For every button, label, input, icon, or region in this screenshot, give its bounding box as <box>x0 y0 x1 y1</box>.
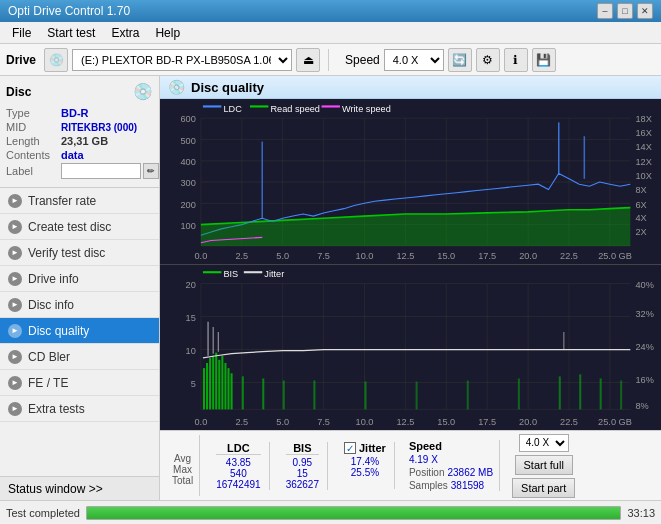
svg-text:10.0: 10.0 <box>356 249 374 260</box>
right-panel: 💿 Disc quality <box>160 76 661 500</box>
separator <box>328 49 329 71</box>
svg-text:17.5: 17.5 <box>478 249 496 260</box>
status-window-label: Status window >> <box>8 482 103 496</box>
menu-help[interactable]: Help <box>147 24 188 42</box>
svg-rect-86 <box>364 382 366 410</box>
disc-quality-title: Disc quality <box>191 80 264 95</box>
sidebar-item-create-test-disc[interactable]: ► Create test disc <box>0 214 159 240</box>
bis-header: BIS <box>286 442 319 455</box>
sidebar-item-drive-info[interactable]: ► Drive info <box>0 266 159 292</box>
svg-text:2X: 2X <box>635 226 647 237</box>
drive-info-icon: ► <box>8 272 22 286</box>
label-input[interactable] <box>61 163 141 179</box>
close-button[interactable]: ✕ <box>637 3 653 19</box>
eject-button[interactable]: ⏏ <box>296 48 320 72</box>
jitter-header: Jitter <box>359 442 386 454</box>
disc-label-key: Label <box>6 165 61 177</box>
drive-info-label: Drive info <box>28 272 79 286</box>
refresh-button[interactable]: 🔄 <box>448 48 472 72</box>
svg-text:0.0: 0.0 <box>195 249 208 260</box>
svg-text:BIS: BIS <box>223 269 238 279</box>
svg-rect-118 <box>203 271 221 273</box>
cd-bler-label: CD Bler <box>28 350 70 364</box>
title-bar-buttons: – □ ✕ <box>597 3 653 19</box>
svg-text:32%: 32% <box>635 309 653 319</box>
svg-rect-83 <box>262 378 264 409</box>
svg-text:LDC: LDC <box>223 103 242 114</box>
svg-text:15.0: 15.0 <box>437 249 455 260</box>
drive-label: Drive <box>6 53 36 67</box>
sidebar-item-verify-test-disc[interactable]: ► Verify test disc <box>0 240 159 266</box>
jitter-checkbox[interactable]: ✓ <box>344 442 356 454</box>
length-label: Length <box>6 135 61 147</box>
drive-icon: 💿 <box>44 48 68 72</box>
disc-contents-row: Contents data <box>6 149 153 161</box>
svg-rect-85 <box>313 381 315 410</box>
sidebar-item-extra-tests[interactable]: ► Extra tests <box>0 396 159 422</box>
svg-text:7.5: 7.5 <box>317 417 330 427</box>
position-value: 23862 MB <box>447 467 493 478</box>
start-full-button[interactable]: Start full <box>515 455 573 475</box>
svg-text:5.0: 5.0 <box>276 249 289 260</box>
settings-button[interactable]: ⚙ <box>476 48 500 72</box>
svg-text:15.0: 15.0 <box>437 417 455 427</box>
svg-text:12X: 12X <box>635 156 652 167</box>
svg-text:600: 600 <box>180 113 195 124</box>
menu-bar: File Start test Extra Help <box>0 22 661 44</box>
disc-quality-label: Disc quality <box>28 324 89 338</box>
svg-rect-88 <box>467 381 469 410</box>
svg-text:2.5: 2.5 <box>235 249 248 260</box>
menu-file[interactable]: File <box>4 24 39 42</box>
samples-value: 381598 <box>451 480 484 491</box>
sidebar-item-disc-info[interactable]: ► Disc info <box>0 292 159 318</box>
bis-avg: 0.95 <box>293 457 312 468</box>
title-bar: Opti Drive Control 1.70 – □ ✕ <box>0 0 661 22</box>
type-value: BD-R <box>61 107 89 119</box>
status-text: Test completed <box>6 507 80 519</box>
mid-value: RITEKBR3 (000) <box>61 122 137 133</box>
disc-mid-row: MID RITEKBR3 (000) <box>6 121 153 133</box>
disc-quality-icon: ► <box>8 324 22 338</box>
svg-rect-89 <box>518 378 520 409</box>
app-title: Opti Drive Control 1.70 <box>8 4 130 18</box>
total-label: Total <box>172 475 193 486</box>
ldc-max: 540 <box>230 468 247 479</box>
sidebar-item-disc-quality[interactable]: ► Disc quality <box>0 318 159 344</box>
drive-select[interactable]: (E:) PLEXTOR BD-R PX-LB950SA 1.06 <box>72 49 292 71</box>
charts-area: 600 500 400 300 200 100 18X 16X 14X 12X … <box>160 99 661 430</box>
svg-text:6X: 6X <box>635 198 647 209</box>
info-button[interactable]: ℹ <box>504 48 528 72</box>
jitter-max: 25.5% <box>351 467 379 478</box>
main-layout: Disc 💿 Type BD-R MID RITEKBR3 (000) Leng… <box>0 76 661 500</box>
bis-max: 15 <box>297 468 308 479</box>
svg-text:20: 20 <box>186 280 196 290</box>
svg-text:16X: 16X <box>635 127 652 138</box>
menu-start-test[interactable]: Start test <box>39 24 103 42</box>
speed-select[interactable]: 4.0 X <box>384 49 444 71</box>
svg-text:18X: 18X <box>635 113 652 124</box>
speed-label: Speed <box>345 53 380 67</box>
minimize-button[interactable]: – <box>597 3 613 19</box>
fe-te-icon: ► <box>8 376 22 390</box>
test-speed-select[interactable]: 4.0 X <box>519 434 569 452</box>
disc-quality-header-icon: 💿 <box>168 79 185 95</box>
menu-extra[interactable]: Extra <box>103 24 147 42</box>
svg-text:14X: 14X <box>635 141 652 152</box>
start-part-button[interactable]: Start part <box>512 478 575 498</box>
sidebar-item-fe-te[interactable]: ► FE / TE <box>0 370 159 396</box>
samples-label: Samples <box>409 480 448 491</box>
save-button[interactable]: 💾 <box>532 48 556 72</box>
maximize-button[interactable]: □ <box>617 3 633 19</box>
label-edit-button[interactable]: ✏ <box>143 163 159 179</box>
verify-test-disc-icon: ► <box>8 246 22 260</box>
svg-rect-81 <box>231 373 233 409</box>
bis-total: 362627 <box>286 479 319 490</box>
status-window-button[interactable]: Status window >> <box>0 476 159 500</box>
sidebar-item-transfer-rate[interactable]: ► Transfer rate <box>0 188 159 214</box>
svg-text:200: 200 <box>180 198 195 209</box>
sidebar-item-cd-bler[interactable]: ► CD Bler <box>0 344 159 370</box>
jitter-avg: 17.4% <box>351 456 379 467</box>
svg-text:10.0: 10.0 <box>356 417 374 427</box>
time-display: 33:13 <box>627 507 655 519</box>
svg-text:22.5: 22.5 <box>560 249 578 260</box>
